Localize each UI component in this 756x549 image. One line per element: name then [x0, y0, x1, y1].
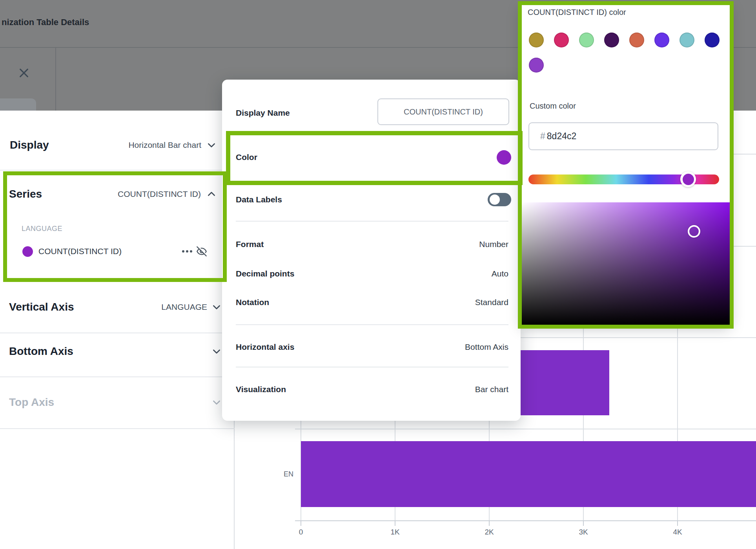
series-section-title: Series	[9, 188, 42, 200]
format-label: Format	[236, 240, 264, 249]
series-item-label: COUNT(DISTINCT ID)	[38, 247, 122, 256]
series-row[interactable]: Series COUNT(DISTINCT ID)	[0, 182, 235, 206]
bottom-axis-row[interactable]: Bottom Axis	[0, 340, 235, 363]
close-icon[interactable]	[17, 66, 31, 80]
display-name-label: Display Name	[236, 108, 290, 118]
divider	[0, 170, 235, 171]
hex-color-input[interactable]: # 8d24c2	[528, 122, 718, 150]
vertical-axis-value[interactable]: LANGUAGE	[161, 302, 207, 312]
color-swatch[interactable]	[705, 33, 720, 47]
divider	[236, 221, 508, 222]
hue-thumb-color	[683, 174, 694, 185]
top-axis-title: Top Axis	[9, 396, 54, 409]
horizontal-axis-label: Horizontal axis	[236, 342, 294, 352]
color-row[interactable]: Color	[236, 151, 511, 163]
chart-settings-sidebar: Display Horizontal Bar chart Series COUN…	[0, 111, 235, 549]
divider	[236, 324, 508, 325]
axis-tick	[395, 520, 395, 526]
chevron-down-icon[interactable]	[211, 397, 222, 407]
color-swatch[interactable]	[654, 33, 669, 47]
decimal-points-row[interactable]: Decimal points Auto	[236, 268, 508, 280]
top-axis-row[interactable]: Top Axis	[0, 391, 235, 414]
gridline	[295, 429, 756, 429]
display-name-input-value: COUNT(DISTINCT ID)	[404, 107, 483, 116]
divider	[55, 47, 56, 111]
format-row[interactable]: Format Number	[236, 238, 508, 250]
saturation-brightness-gradient[interactable]	[522, 202, 730, 325]
divider	[0, 428, 235, 429]
more-options-icon[interactable]	[181, 249, 193, 254]
axis-tick	[301, 520, 301, 526]
visualization-label: Visualization	[236, 385, 286, 394]
axis-tick	[583, 520, 584, 526]
divider	[0, 333, 235, 333]
custom-color-label: Custom color	[530, 102, 576, 111]
series-value[interactable]: COUNT(DISTINCT ID)	[118, 189, 201, 199]
display-section-title: Display	[10, 139, 49, 151]
x-tick-label: 3K	[568, 528, 599, 536]
series-item-row[interactable]: COUNT(DISTINCT ID)	[0, 244, 235, 258]
format-value[interactable]: Number	[479, 240, 508, 249]
x-tick-label: 0	[285, 528, 317, 536]
hex-hash-prefix: #	[540, 131, 545, 142]
vertical-axis-row[interactable]: Vertical Axis LANGUAGE	[0, 295, 235, 319]
bottom-axis-title: Bottom Axis	[9, 345, 73, 358]
decimal-points-label: Decimal points	[236, 269, 294, 278]
series-group-label: LANGUAGE	[22, 225, 62, 233]
divider	[0, 376, 235, 377]
sidebar-tab-shape	[0, 98, 36, 111]
chevron-down-icon[interactable]	[211, 302, 222, 312]
color-swatch[interactable]	[529, 33, 544, 47]
color-swatch[interactable]	[679, 33, 694, 47]
gradient-cursor-icon[interactable]	[688, 225, 700, 238]
series-properties-popup: Display Name COUNT(DISTINCT ID) Color Da…	[222, 80, 521, 421]
divider	[236, 367, 508, 367]
color-swatch[interactable]	[529, 58, 544, 73]
color-label: Color	[236, 153, 257, 162]
chevron-up-icon[interactable]	[206, 189, 217, 199]
swatch-row	[529, 58, 544, 73]
decimal-points-value[interactable]: Auto	[492, 269, 508, 278]
toggle-knob	[490, 195, 500, 205]
series-color-swatch-icon[interactable]	[497, 150, 511, 165]
eye-off-icon[interactable]	[196, 246, 207, 257]
page-title: nization Table Details	[2, 17, 89, 27]
notation-label: Notation	[236, 298, 269, 307]
notation-row[interactable]: Notation Standard	[236, 296, 508, 308]
axis-tick	[677, 520, 678, 526]
notation-value[interactable]: Standard	[475, 298, 508, 307]
display-type-value[interactable]: Horizontal Bar chart	[128, 140, 201, 150]
visualization-value[interactable]: Bar chart	[475, 385, 508, 394]
color-swatch[interactable]	[604, 33, 619, 47]
data-labels-row: Data Labels	[236, 193, 511, 206]
color-swatch[interactable]	[579, 33, 594, 47]
x-tick-label: 1K	[379, 528, 411, 536]
color-swatch[interactable]	[629, 33, 644, 47]
y-category-label: EN	[239, 441, 293, 507]
chevron-down-icon[interactable]	[206, 140, 217, 150]
display-name-input[interactable]: COUNT(DISTINCT ID)	[377, 98, 509, 125]
series-group-row: LANGUAGE	[0, 223, 235, 235]
display-row[interactable]: Display Horizontal Bar chart	[0, 133, 235, 157]
x-axis-line	[295, 520, 756, 521]
color-picker-panel: COUNT(DISTINCT ID) color Custom color # …	[522, 5, 730, 325]
color-picker-title: COUNT(DISTINCT ID) color	[528, 8, 626, 17]
hue-slider-thumb[interactable]	[680, 171, 696, 187]
x-tick-label: 4K	[662, 528, 693, 536]
visualization-row[interactable]: Visualization Bar chart	[236, 384, 508, 395]
horizontal-axis-row[interactable]: Horizontal axis Bottom Axis	[236, 341, 508, 353]
series-color-dot-icon[interactable]	[22, 246, 33, 257]
data-labels-toggle[interactable]	[488, 193, 511, 206]
app-screen: 01K2K3K4KEN Display Horizontal Bar chart…	[0, 0, 756, 549]
chevron-down-icon[interactable]	[211, 346, 222, 356]
bar[interactable]	[301, 441, 756, 507]
vertical-axis-title: Vertical Axis	[9, 301, 74, 313]
swatch-row	[529, 33, 720, 47]
horizontal-axis-value[interactable]: Bottom Axis	[465, 342, 508, 352]
color-swatch[interactable]	[554, 33, 569, 47]
x-tick-label: 2K	[474, 528, 505, 536]
axis-tick	[489, 520, 490, 526]
data-labels-label: Data Labels	[236, 195, 282, 204]
hex-input-value: 8d24c2	[547, 131, 576, 142]
